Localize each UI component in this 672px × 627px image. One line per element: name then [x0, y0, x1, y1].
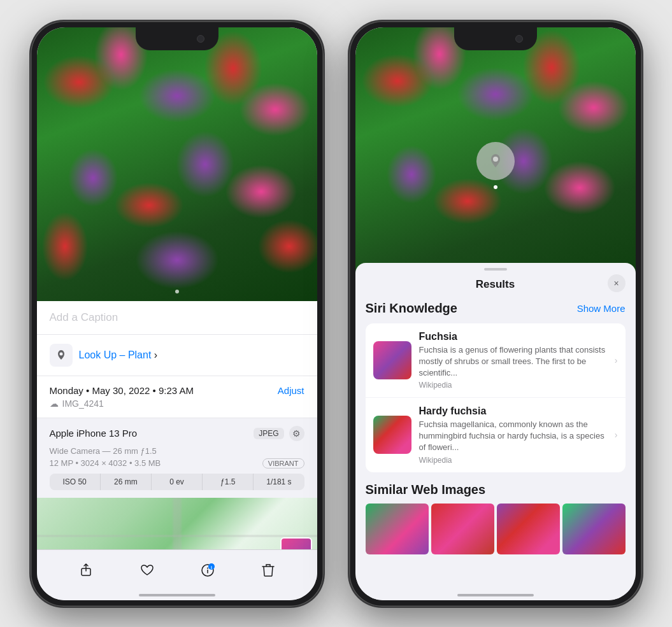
exif-ev: 0 ev [152, 474, 203, 490]
svg-point-0 [59, 352, 62, 355]
delete-button[interactable] [262, 563, 275, 577]
results-panel: Results × Siri Knowledge Show More [355, 263, 636, 600]
left-screen: Add a Caption Look Up – Plant › [37, 27, 317, 600]
filename-text: IMG_4241 [62, 398, 104, 409]
close-button[interactable]: × [608, 274, 626, 292]
lookup-value: Plant [128, 349, 151, 360]
hardy-fuchsia-source: Wikipedia [419, 456, 610, 465]
flower-image [37, 27, 317, 301]
lookup-label: Look Up – [79, 349, 125, 360]
lookup-section[interactable]: Look Up – Plant › [37, 335, 317, 376]
date-row: Monday • May 30, 2022 • 9:23 AM Adjust [50, 385, 304, 396]
format-badge: JPEG [254, 428, 283, 439]
caption-area[interactable]: Add a Caption [37, 301, 317, 335]
badge-row: JPEG ⚙ [254, 426, 304, 441]
right-volume-up-button[interactable] [349, 155, 350, 199]
fuchsia-source: Wikipedia [419, 381, 610, 390]
right-volume-down-button[interactable] [349, 209, 350, 253]
caption-placeholder[interactable]: Add a Caption [50, 311, 118, 323]
show-more-button[interactable]: Show More [577, 303, 626, 314]
right-screen: Results × Siri Knowledge Show More [355, 27, 636, 600]
similar-images-grid [366, 504, 626, 554]
home-bar [139, 594, 215, 596]
lookup-icon [50, 344, 73, 367]
camera-detail: Wide Camera — 26 mm ƒ1.5 [50, 446, 304, 456]
mp-row: 12 MP • 3024 × 4032 • 3.5 MB VIBRANT [50, 458, 304, 468]
right-notch [454, 27, 537, 50]
siri-knowledge-header: Siri Knowledge Show More [366, 301, 626, 316]
settings-icon[interactable]: ⚙ [289, 426, 304, 441]
volume-down-button[interactable] [31, 209, 31, 253]
right-photo-display[interactable] [355, 27, 636, 295]
fuchsia-thumb-image [373, 341, 411, 379]
favorite-button[interactable] [140, 564, 154, 577]
info-button[interactable]: i [201, 563, 215, 577]
notch [136, 27, 218, 50]
svg-text:i: i [211, 565, 212, 569]
device-name: Apple iPhone 13 Pro [50, 428, 138, 439]
hardy-fuchsia-text: Hardy fuchsia Fuchsia magellanica, commo… [419, 405, 610, 465]
similar-image-1[interactable] [366, 504, 429, 554]
left-phone: Add a Caption Look Up – Plant › [31, 21, 324, 607]
right-power-button[interactable] [641, 167, 642, 231]
results-content: Siri Knowledge Show More Fuchsia Fuchsia… [355, 296, 636, 595]
results-header: Results × [355, 271, 636, 296]
siri-knowledge-title: Siri Knowledge [366, 301, 457, 316]
toolbar: i [37, 549, 317, 600]
results-title: Results [476, 278, 515, 291]
device-section: Apple iPhone 13 Pro JPEG ⚙ Wide Camera —… [37, 418, 317, 498]
device-row: Apple iPhone 13 Pro JPEG ⚙ [50, 426, 304, 441]
mute-button[interactable] [31, 123, 31, 146]
mp-text: 12 MP • 3024 × 4032 • 3.5 MB [50, 458, 161, 468]
similar-images-title: Similar Web Images [366, 483, 626, 497]
metadata-section: Monday • May 30, 2022 • 9:23 AM Adjust ☁… [37, 376, 317, 418]
hardy-chevron: › [615, 430, 618, 440]
knowledge-card: Fuchsia Fuchsia is a genus of flowering … [366, 323, 626, 472]
hardy-thumb-image [373, 416, 411, 454]
visual-lookup-dot [494, 185, 497, 189]
hardy-fuchsia-description: Fuchsia magellanica, commonly known as t… [419, 419, 610, 454]
share-button[interactable] [79, 563, 93, 577]
adjust-button[interactable]: Adjust [278, 385, 304, 396]
photo-display[interactable] [37, 27, 317, 301]
hardy-fuchsia-thumbnail [373, 416, 411, 454]
exif-shutter: 1/181 s [254, 474, 304, 490]
similar-image-3[interactable] [497, 504, 560, 554]
page-indicator [175, 290, 179, 293]
fuchsia-description: Fuchsia is a genus of flowering plants t… [419, 344, 610, 379]
date-text: Monday • May 30, 2022 • 9:23 AM [50, 385, 194, 396]
right-mute-button[interactable] [349, 123, 350, 146]
exif-focal: 26 mm [101, 474, 152, 490]
fuchsia-text: Fuchsia Fuchsia is a genus of flowering … [419, 331, 610, 390]
vibrant-badge: VIBRANT [262, 458, 304, 468]
cloud-icon: ☁ [50, 398, 59, 409]
fuchsia-title: Fuchsia [419, 331, 610, 342]
hardy-fuchsia-item[interactable]: Hardy fuchsia Fuchsia magellanica, commo… [366, 398, 626, 472]
lookup-text: Look Up – Plant › [79, 349, 158, 361]
front-camera [197, 35, 204, 43]
svg-point-3 [207, 567, 208, 568]
exif-aperture: ƒ1.5 [203, 474, 254, 490]
fuchsia-chevron: › [615, 355, 618, 365]
right-home-bar [457, 594, 534, 596]
exif-iso: ISO 50 [50, 474, 101, 490]
lookup-row[interactable]: Look Up – Plant › [50, 344, 304, 367]
filename-row: ☁ IMG_4241 [50, 398, 304, 409]
power-button[interactable] [323, 167, 324, 231]
right-front-camera [515, 35, 523, 43]
exif-row: ISO 50 26 mm 0 ev ƒ1.5 1/181 s [50, 474, 304, 490]
hardy-fuchsia-title: Hardy fuchsia [419, 405, 610, 417]
fuchsia-item[interactable]: Fuchsia Fuchsia is a genus of flowering … [366, 323, 626, 398]
fuchsia-thumbnail [373, 341, 411, 379]
right-phone: Results × Siri Knowledge Show More [349, 21, 642, 607]
similar-image-2[interactable] [431, 504, 494, 554]
volume-up-button[interactable] [31, 155, 31, 199]
svg-point-6 [493, 157, 498, 162]
similar-image-4[interactable] [562, 504, 626, 554]
visual-lookup-button[interactable] [476, 142, 515, 180]
